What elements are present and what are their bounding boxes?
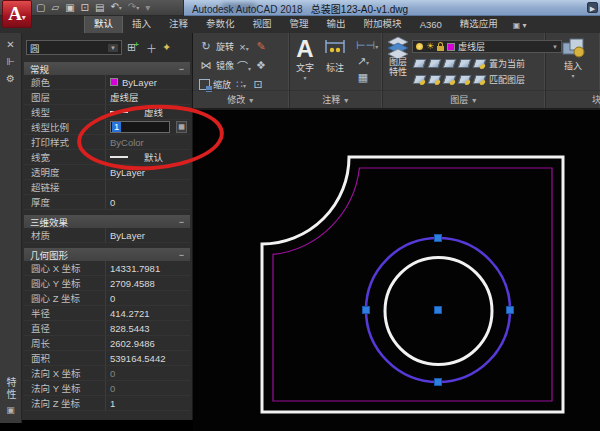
row-material[interactable]: 材质 ByLayer — [24, 228, 190, 243]
undo-icon[interactable]: ↶▾ — [110, 0, 121, 15]
layer-thaw-tool-icon[interactable] — [443, 75, 457, 84]
explode-icon[interactable]: ❖ — [254, 59, 268, 72]
text-button[interactable]: A 文字 ▾ — [296, 37, 314, 84]
linetype-sample-icon — [110, 111, 128, 113]
grip-center[interactable] — [435, 307, 442, 314]
rotate-button[interactable]: ↻旋转 — [199, 40, 234, 53]
row-area[interactable]: 面积 539164.5442 — [24, 351, 190, 366]
set-current-button[interactable]: 置为当前 — [489, 57, 525, 70]
panel-block: 插入 ▾ 块 — [546, 33, 600, 108]
section-general[interactable]: 常规 − — [24, 62, 190, 75]
row-linetype[interactable]: 线型 虚线 — [24, 105, 190, 120]
row-normal-y[interactable]: 法向 Y 坐标 0 — [24, 381, 190, 396]
row-plot-style[interactable]: 打印样式 ByColor — [24, 135, 190, 150]
mirror-button[interactable]: ⋈镜像 — [199, 59, 234, 72]
leader-icon[interactable]: ↗▾ — [356, 55, 370, 68]
row-normal-x[interactable]: 法向 X 坐标 0 — [24, 366, 190, 381]
make-current-icon[interactable] — [473, 59, 487, 68]
panel-label-block[interactable]: 块 — [546, 90, 600, 106]
panel-label-modify[interactable]: 修改 ▼ — [193, 90, 289, 106]
settings-icon[interactable]: ⚙ — [6, 73, 15, 84]
layer-unlock-icon[interactable] — [458, 75, 472, 84]
grip-east[interactable] — [507, 307, 514, 314]
infocenter-expand-icon[interactable]: ▶ — [587, 2, 598, 13]
object-type-dropdown[interactable]: 圆 ▼ — [26, 40, 122, 55]
redo-icon[interactable]: ↷▾ — [128, 0, 139, 15]
layer-lock-tool-icon[interactable] — [458, 59, 472, 68]
new-icon[interactable]: ▢ — [36, 1, 45, 15]
layer-off-icon[interactable] — [413, 59, 427, 68]
drawing-svg — [193, 110, 600, 431]
save-icon[interactable]: ▣ — [65, 1, 74, 15]
match-layer-button[interactable]: 匹配图层 — [489, 73, 525, 86]
row-color[interactable]: 颜色 ByLayer — [24, 75, 190, 90]
row-center-x[interactable]: 圆心 X 坐标 14331.7981 — [24, 261, 190, 276]
layer-dropdown[interactable]: ☀ 虚线层 ▼ — [412, 40, 562, 53]
grip-west[interactable] — [363, 307, 370, 314]
row-radius[interactable]: 半径 414.2721 — [24, 306, 190, 321]
collapse-icon[interactable]: − — [179, 64, 184, 74]
trim-icon[interactable]: ×▾ — [237, 41, 251, 53]
outer-plate-outline[interactable] — [262, 157, 563, 412]
row-thickness[interactable]: 厚度 0 — [24, 195, 190, 210]
select-objects-icon[interactable]: ＋ — [146, 40, 157, 56]
close-icon[interactable]: ✕ — [6, 39, 14, 50]
grip-south[interactable] — [435, 379, 442, 386]
quick-select-icon[interactable]: ✦ — [162, 41, 171, 54]
table-icon[interactable]: ▦ — [356, 71, 370, 84]
lineweight-sample-icon — [110, 156, 128, 158]
auto-hide-icon[interactable]: ⊩ — [6, 56, 15, 67]
tab-annotate[interactable]: 注释 — [160, 14, 197, 33]
row-circumference[interactable]: 周长 2602.9486 — [24, 336, 190, 351]
save-as-icon[interactable]: ⊡ — [81, 1, 89, 15]
grip-north[interactable] — [435, 235, 442, 242]
collapse-icon[interactable]: − — [179, 250, 184, 260]
palette-tab-label[interactable]: 特性 — [3, 377, 18, 401]
launcher-icon[interactable]: ▣ — [6, 405, 15, 415]
drawing-area[interactable] — [193, 110, 600, 431]
inner-offset-outline[interactable] — [273, 168, 552, 401]
tab-addins[interactable]: 附加模块 — [355, 14, 411, 33]
section-3d-effects[interactable]: 三维效果 − — [24, 215, 190, 228]
plot-icon[interactable]: ▤ — [95, 1, 104, 15]
application-menu-button[interactable]: A▾ — [2, 0, 32, 28]
layer-properties-button[interactable]: 图层特性 — [386, 36, 410, 87]
tab-home[interactable]: 默认 — [84, 13, 123, 33]
row-layer[interactable]: 图层 虚线层 — [24, 90, 190, 105]
pickadd-toggle-icon[interactable]: ⊞ — [127, 41, 141, 54]
row-linetype-scale[interactable]: 线型比例 1 ▦ — [24, 120, 190, 135]
layer-on-tool-icon[interactable] — [413, 75, 427, 84]
panel-label-layers[interactable]: 图层 ▼ — [383, 90, 545, 106]
tab-a360[interactable]: A360 — [411, 17, 451, 33]
tab-insert[interactable]: 插入 — [123, 14, 160, 33]
tab-view[interactable]: 视图 — [244, 14, 281, 33]
row-normal-z[interactable]: 法向 Z 坐标 1 — [24, 396, 190, 411]
row-lineweight[interactable]: 线宽 默认 — [24, 150, 190, 165]
collapse-icon[interactable]: − — [179, 217, 184, 227]
tab-output[interactable]: 输出 — [318, 14, 355, 33]
tab-featured-apps[interactable]: 精选应用 — [451, 14, 507, 33]
section-geometry[interactable]: 几何图形 − — [24, 248, 190, 261]
fillet-icon[interactable]: ⌒▾ — [237, 58, 251, 74]
match-layer-icon[interactable] — [473, 75, 487, 84]
insert-block-button[interactable]: 插入 ▾ — [546, 33, 600, 79]
customize-icon[interactable]: ▾ — [145, 1, 150, 15]
ribbon-display-toggle-icon[interactable]: ▣ ▾ — [507, 19, 533, 33]
dim-style-icon[interactable]: ⊢⊣▾ — [356, 39, 370, 52]
row-transparency[interactable]: 透明度 ByLayer — [24, 165, 190, 180]
quick-calc-icon[interactable]: ▦ — [176, 121, 187, 133]
dimension-button[interactable]: 标注 — [322, 37, 348, 84]
panel-label-annotate[interactable]: 注释 ▼ — [290, 90, 382, 106]
row-hyperlink[interactable]: 超链接 — [24, 180, 190, 195]
row-diameter[interactable]: 直径 828.5443 — [24, 321, 190, 336]
tab-parametric[interactable]: 参数化 — [197, 14, 244, 33]
layer-freeze-icon[interactable] — [443, 59, 457, 68]
layer-unisolate-icon[interactable] — [428, 75, 442, 84]
erase-icon[interactable]: ✎ — [254, 40, 268, 53]
layer-isolate-icon[interactable] — [428, 59, 442, 68]
tab-manage[interactable]: 管理 — [281, 14, 318, 33]
linetype-scale-input[interactable]: 1 — [110, 121, 170, 133]
open-icon[interactable]: ▱ — [51, 1, 59, 15]
row-center-y[interactable]: 圆心 Y 坐标 2709.4588 — [24, 276, 190, 291]
row-center-z[interactable]: 圆心 Z 坐标 0 — [24, 291, 190, 306]
